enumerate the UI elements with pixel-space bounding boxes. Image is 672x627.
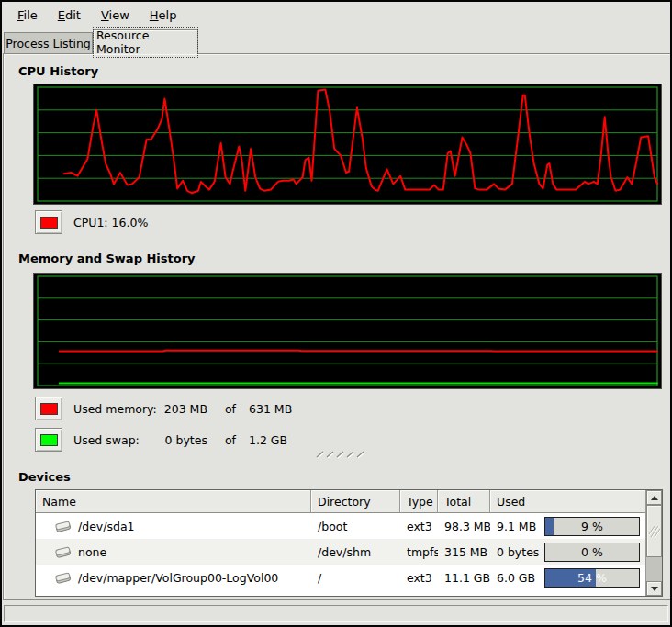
progress-label: 54 %: [545, 569, 639, 587]
column-header-type[interactable]: Type: [400, 490, 438, 513]
device-type: tmpfs: [400, 539, 438, 565]
devices-table-body: /dev/sda1/bootext398.3 MB9.1 MB9 %none/d…: [36, 513, 645, 590]
swap-of-text: of: [225, 433, 236, 447]
device-name-cell: /dev/mapper/VolGroup00-LogVol00: [36, 565, 311, 590]
device-type: ext3: [400, 513, 438, 539]
thumb-grip-icon: [649, 525, 660, 538]
device-total: 98.3 MB: [438, 513, 490, 539]
tab-process-listing[interactable]: Process Listing: [4, 32, 93, 54]
progress-label: 0 %: [545, 543, 639, 561]
notebook-tabs: Process Listing Resource Monitor: [3, 28, 671, 54]
usage-progress-bar: 9 %: [544, 517, 640, 536]
usage-progress-bar: 54 %: [544, 568, 640, 588]
memory-history-title: Memory and Swap History: [18, 252, 196, 265]
memory-of-text: of: [225, 402, 236, 416]
scroll-down-button[interactable]: [646, 581, 662, 596]
scrollbar-trough[interactable]: [646, 557, 662, 581]
cpu-history-chart: [34, 84, 661, 204]
vertical-scrollbar[interactable]: [645, 490, 662, 596]
swap-total-value: 1.2 GB: [249, 433, 287, 447]
cpu-color-swatch: [40, 217, 58, 229]
swap-used-value: 0 bytes: [162, 433, 207, 447]
usage-progress-bar: 0 %: [544, 543, 640, 562]
device-total: 315 MB: [438, 539, 490, 565]
column-header-total[interactable]: Total: [438, 490, 490, 513]
device-used-cell: 9.1 MB9 %: [490, 513, 645, 539]
table-row[interactable]: /dev/mapper/VolGroup00-LogVol00/ext311.1…: [36, 565, 645, 590]
device-name: /dev/sda1: [78, 520, 135, 533]
device-used: 6.0 GB: [497, 571, 535, 585]
device-used: 0 bytes: [497, 545, 539, 559]
device-name: /dev/mapper/VolGroup00-LogVol00: [78, 571, 278, 585]
memory-used-value: 203 MB: [162, 402, 207, 416]
devices-table-area: Name Directory Type Total Used /dev/sda1…: [36, 490, 645, 596]
disk-icon: [53, 544, 73, 559]
disk-icon: [53, 570, 73, 585]
device-directory: /dev/shm: [311, 539, 400, 565]
device-used-cell: 6.0 GB54 %: [490, 565, 645, 590]
device-used: 9.1 MB: [497, 520, 536, 533]
menu-bar: File Edit View Help: [2, 2, 670, 28]
swap-legend-text: Used swap: 0 bytes of 1.2 GB: [73, 433, 287, 447]
device-total: 11.1 GB: [438, 565, 490, 590]
swap-color-swatch: [40, 434, 58, 446]
column-header-name[interactable]: Name: [36, 490, 311, 513]
scroll-up-button[interactable]: [646, 490, 662, 505]
column-header-used[interactable]: Used: [490, 490, 645, 513]
devices-title: Devices: [18, 470, 71, 484]
menu-file[interactable]: File: [7, 5, 48, 26]
pane-resize-grip[interactable]: [313, 450, 366, 459]
devices-table-header: Name Directory Type Total Used: [36, 490, 645, 513]
device-type: ext3: [400, 565, 438, 590]
tab-label: Process Listing: [6, 37, 91, 50]
swap-color-button[interactable]: [35, 428, 62, 452]
system-monitor-window: File Edit View Help Process Listing Reso…: [0, 0, 672, 627]
device-directory: /boot: [311, 513, 400, 539]
column-header-directory[interactable]: Directory: [311, 490, 400, 513]
cpu-legend: CPU1: 16.0%: [35, 210, 148, 234]
table-row[interactable]: none/dev/shmtmpfs315 MB0 bytes0 %: [36, 539, 645, 565]
cpu-color-button[interactable]: [35, 210, 62, 234]
swap-legend: Used swap: 0 bytes of 1.2 GB: [35, 428, 287, 452]
menu-help[interactable]: Help: [140, 5, 187, 26]
arrow-up-icon: [651, 496, 658, 500]
memory-history-graph: [33, 273, 662, 389]
table-row[interactable]: /dev/sda1/bootext398.3 MB9.1 MB9 %: [36, 513, 645, 539]
cpu-history-graph: [33, 84, 662, 205]
devices-table: Name Directory Type Total Used /dev/sda1…: [35, 489, 663, 597]
disk-icon: [53, 519, 73, 533]
menu-edit[interactable]: Edit: [48, 5, 91, 26]
device-name-cell: /dev/sda1: [36, 513, 311, 539]
memory-total-value: 631 MB: [249, 402, 292, 416]
resource-monitor-page: CPU History CPU1: 16.0% Memory and Swap …: [3, 53, 672, 600]
memory-color-button[interactable]: [35, 397, 62, 420]
device-name: none: [78, 545, 106, 559]
tab-resource-monitor[interactable]: Resource Monitor: [93, 29, 198, 54]
memory-color-swatch: [40, 403, 58, 415]
arrow-down-icon: [651, 587, 658, 591]
memory-legend-text: Used memory: 203 MB of 631 MB: [73, 402, 292, 416]
menu-view[interactable]: View: [91, 5, 140, 26]
progress-label: 9 %: [545, 518, 639, 535]
tab-label: Resource Monitor: [94, 28, 197, 57]
memory-history-chart: [34, 274, 661, 388]
cpu-history-title: CPU History: [18, 64, 98, 78]
swap-legend-label: Used swap:: [73, 433, 158, 447]
cpu-legend-label: CPU1: 16.0%: [73, 216, 148, 230]
scrollbar-thumb[interactable]: [646, 505, 662, 557]
device-used-cell: 0 bytes0 %: [490, 539, 645, 565]
memory-legend: Used memory: 203 MB of 631 MB: [35, 397, 292, 420]
status-bar: [4, 605, 668, 622]
device-directory: /: [311, 565, 400, 590]
device-name-cell: none: [36, 539, 311, 565]
memory-legend-label: Used memory:: [73, 402, 158, 416]
